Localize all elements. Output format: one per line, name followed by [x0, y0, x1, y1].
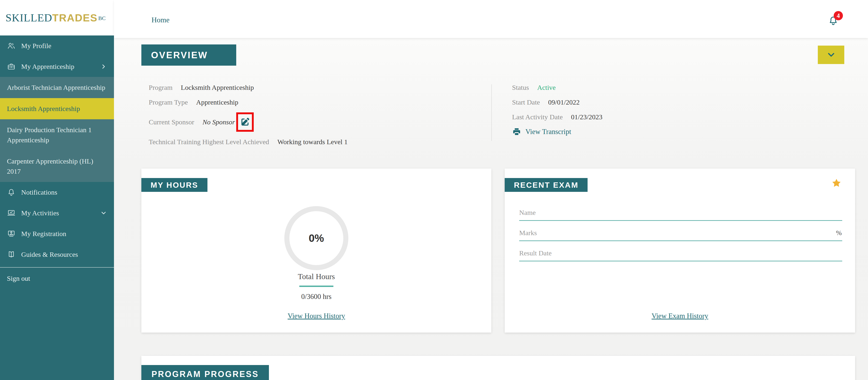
- hours-fraction-value: 0/3600 hrs: [142, 292, 491, 301]
- profile-icon: [7, 41, 16, 50]
- sidebar-item-arborist-apprenticeship[interactable]: Arborist Technician Apprenticeship: [0, 77, 114, 98]
- sidebar-item-my-apprenticeship[interactable]: My Apprenticeship: [0, 56, 114, 77]
- last-activity-row: Last Activity Date 01/23/2023: [512, 112, 788, 122]
- edit-icon: [240, 117, 250, 127]
- exam-name-field: Name: [519, 207, 842, 228]
- status-row: Status Active: [512, 83, 788, 92]
- exam-marks-field: Marks %: [519, 228, 842, 248]
- exam-result-date-field: Result Date: [519, 248, 842, 268]
- breadcrumb-home-link[interactable]: Home: [152, 16, 169, 24]
- start-date-row: Start Date 09/01/2022: [512, 98, 788, 107]
- field-underline: [519, 261, 842, 261]
- marks-percent-suffix: %: [836, 229, 842, 237]
- chevron-down-icon: [100, 210, 107, 216]
- sidebar-item-label: My Registration: [21, 230, 66, 238]
- start-date-label: Start Date: [512, 98, 540, 106]
- sidebar: SKILLEDTRADESBC My Profile My Apprentice…: [0, 0, 114, 380]
- status-info-column: Status Active Start Date 09/01/2022 Last…: [512, 83, 788, 136]
- program-type-label: Program Type: [149, 98, 188, 106]
- logo-skilled-text: SKILLED: [5, 12, 52, 24]
- recent-exam-card: RECENT EXAM Name Marks % Result Date Vie…: [505, 169, 855, 332]
- view-exam-history-link[interactable]: View Exam History: [652, 312, 708, 320]
- logo: SKILLEDTRADESBC: [0, 0, 114, 35]
- sidebar-nav: My Profile My Apprenticeship Arborist Te…: [0, 35, 114, 289]
- status-badge: Active: [537, 84, 556, 91]
- view-transcript-link[interactable]: View Transcript: [512, 127, 788, 136]
- my-hours-title: MY HOURS: [142, 178, 208, 192]
- sidebar-item-my-activities[interactable]: My Activities: [0, 203, 114, 224]
- current-sponsor-row: Current Sponsor No Sponsor: [149, 112, 485, 132]
- field-underline: [519, 220, 842, 221]
- sidebar-item-label: My Activities: [21, 209, 59, 217]
- sidebar-item-label: My Apprenticeship: [21, 63, 74, 70]
- sign-out-button[interactable]: Sign out: [0, 268, 114, 289]
- sidebar-item-dairy-apprenticeship[interactable]: Dairy Production Technician 1 Apprentice…: [0, 119, 114, 151]
- status-label: Status: [512, 84, 529, 91]
- exam-marks-label: Marks: [519, 229, 537, 237]
- view-exam-history-wrap: View Exam History: [505, 312, 855, 320]
- program-type-row: Program Type Apprenticeship: [149, 98, 485, 107]
- training-level-value: Working towards Level 1: [277, 138, 348, 146]
- sidebar-item-notifications[interactable]: Notifications: [0, 182, 114, 203]
- logo-bc-superscript: BC: [98, 15, 106, 21]
- training-level-label: Technical Training Highest Level Achieve…: [149, 138, 269, 146]
- exam-name-label: Name: [519, 209, 536, 216]
- program-row: Program Locksmith Apprenticeship: [149, 83, 485, 92]
- apprenticeship-submenu: Arborist Technician Apprenticeship Locks…: [0, 77, 114, 182]
- sidebar-item-label: My Profile: [21, 42, 51, 50]
- logo-trades-text: TRADES: [52, 12, 98, 24]
- sidebar-item-my-profile[interactable]: My Profile: [0, 35, 114, 56]
- program-value: Locksmith Apprenticeship: [181, 84, 254, 91]
- collapse-overview-button[interactable]: [818, 46, 844, 64]
- program-type-value: Apprenticeship: [196, 98, 238, 106]
- sidebar-item-carpenter-apprenticeship[interactable]: Carpenter Apprenticeship (HL) 2017: [0, 151, 114, 182]
- field-underline: [519, 240, 842, 241]
- sidebar-item-guides-resources[interactable]: Guides & Resources: [0, 244, 114, 265]
- program-progress-title: PROGRAM PROGRESS: [142, 365, 269, 380]
- notification-count-badge: 4: [834, 11, 843, 20]
- star-icon: [831, 178, 842, 188]
- sidebar-item-locksmith-apprenticeship[interactable]: Locksmith Apprenticeship: [0, 98, 114, 119]
- chevron-down-icon: [826, 50, 836, 60]
- program-progress-card: PROGRAM PROGRESS: [142, 356, 855, 380]
- registration-icon: [7, 229, 16, 238]
- my-hours-card: MY HOURS 0% Total Hours 0/3600 hrs View …: [142, 169, 491, 332]
- laptop-check-icon: [7, 209, 16, 217]
- sidebar-item-label: Guides & Resources: [21, 251, 78, 258]
- notifications-bell-button[interactable]: 4: [828, 11, 848, 32]
- edit-sponsor-button[interactable]: [240, 117, 250, 127]
- view-hours-history-link[interactable]: View Hours History: [287, 312, 345, 320]
- training-level-row: Technical Training Highest Level Achieve…: [149, 137, 485, 146]
- top-header: Home 4: [114, 0, 868, 38]
- program-info-column: Program Locksmith Apprenticeship Program…: [149, 83, 485, 152]
- start-date-value: 09/01/2022: [548, 98, 580, 106]
- overview-column-divider: [491, 84, 492, 141]
- exam-result-date-label: Result Date: [519, 249, 552, 257]
- last-activity-value: 01/23/2023: [571, 113, 602, 121]
- program-label: Program: [149, 84, 173, 91]
- overview-section-title: OVERVIEW: [142, 45, 236, 66]
- sidebar-item-my-registration[interactable]: My Registration: [0, 224, 114, 244]
- current-sponsor-value: No Sponsor: [203, 118, 235, 126]
- sidebar-item-label: Notifications: [21, 188, 57, 196]
- last-activity-label: Last Activity Date: [512, 113, 563, 121]
- edit-sponsor-highlight: [236, 112, 254, 132]
- total-hours-underline: [299, 286, 333, 287]
- bell-icon: [7, 188, 16, 197]
- exam-fields: Name Marks % Result Date: [519, 207, 842, 268]
- view-transcript-label: View Transcript: [525, 127, 571, 136]
- current-sponsor-label: Current Sponsor: [149, 118, 194, 126]
- hours-percent-value: 0%: [282, 204, 351, 273]
- view-hours-history-wrap: View Hours History: [142, 312, 491, 320]
- printer-icon: [512, 127, 521, 136]
- briefcase-icon: [7, 62, 16, 71]
- total-hours-label: Total Hours: [142, 272, 491, 281]
- recent-exam-title: RECENT EXAM: [505, 178, 588, 192]
- chevron-right-icon: [100, 63, 107, 70]
- book-icon: [7, 250, 16, 259]
